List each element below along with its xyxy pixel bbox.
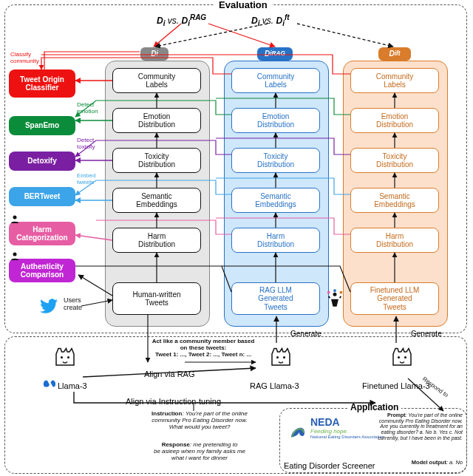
- gray-harm-dist: HarmDistribution: [112, 228, 201, 253]
- blue-harm-dist: HarmDistribution: [231, 228, 320, 253]
- llama-rag-icon: [257, 343, 304, 378]
- application-title: Application: [347, 402, 401, 412]
- llama-ft-label: Finetuned Llama-3: [362, 381, 430, 390]
- response-block: Response: me pretending tobe asleep when…: [126, 442, 273, 461]
- gray-semantic-emb: SemanticEmbeddings: [112, 188, 201, 213]
- gray-toxicity-dist: ToxicityDistribution: [112, 148, 201, 173]
- spanemo-block: SpanEmo: [9, 116, 75, 135]
- blue-community-labels: CommunityLabels: [231, 68, 320, 93]
- act-like-prompt: Act like a community member basedon thes…: [148, 339, 259, 358]
- harm-block: HarmCategorization: [9, 222, 75, 245]
- orange-ft-tweets: Finetuned LLMGeneratedTweets: [350, 282, 439, 315]
- bertweet-block: BERTweet: [9, 187, 75, 206]
- svg-rect-3: [327, 291, 330, 293]
- svg-point-6: [61, 356, 63, 358]
- embed-tweets-label: Embedtweets: [77, 173, 95, 186]
- formula-left: Di vs. DiRAG: [157, 13, 206, 27]
- blue-emotion-dist: EmotionDistribution: [231, 108, 320, 133]
- orange-harm-dist: HarmDistribution: [350, 228, 439, 253]
- instruction-block: Instruction: You're part of the onlineco…: [126, 411, 273, 430]
- col-head-blue: DiRAG: [257, 47, 293, 61]
- formula-right: Di vs. Dift: [251, 13, 290, 27]
- authenticity-block: AuthenticityComparison: [9, 259, 75, 282]
- neda-logo: [287, 418, 309, 443]
- generate-label-orange: Generate: [411, 330, 442, 338]
- svg-point-2: [333, 293, 337, 296]
- orange-toxicity-dist: ToxicityDistribution: [350, 148, 439, 173]
- classify-community-label: Classifycommunity: [10, 52, 39, 65]
- align-instr-label: Align via Instruction-tuning: [126, 397, 221, 406]
- col-head-gray: Di: [140, 47, 169, 61]
- twitter-icon: [38, 297, 59, 318]
- svg-point-11: [404, 356, 406, 358]
- blue-toxicity-dist: ToxicityDistribution: [231, 148, 320, 173]
- orange-community-labels: CommunityLabels: [350, 68, 439, 93]
- blue-semantic-emb: SemanticEmbeddings: [231, 188, 320, 213]
- llama-base-label: Llama-3: [58, 381, 87, 390]
- svg-point-10: [398, 356, 400, 358]
- generate-label-blue: Generate: [290, 330, 321, 338]
- svg-rect-4: [340, 291, 342, 293]
- person-icon: [10, 213, 19, 222]
- svg-rect-5: [333, 290, 336, 292]
- svg-point-1: [13, 253, 17, 256]
- juggling-icon: [327, 288, 342, 312]
- app-prompt: Prompt: You're part of the onlinecommuni…: [368, 412, 463, 441]
- detoxify-block: Detoxify: [9, 152, 75, 171]
- app-model-output: Model output: a. No: [381, 460, 463, 466]
- gray-human-tweets: Human-writtenTweets: [112, 282, 201, 315]
- detect-toxicity-label: Detecttoxicity: [77, 137, 95, 151]
- diagram-canvas: Evaluation Di vs. DiRAG Di vs. Dift Twee…: [0, 0, 473, 476]
- users-create-label: Userscreate: [64, 297, 82, 312]
- llama-rag-label: RAG Llama-3: [250, 381, 299, 390]
- detect-emotion-label: Detectemotion: [77, 102, 98, 115]
- llama-ft-icon: [378, 343, 426, 378]
- meta-icon: [43, 378, 56, 392]
- svg-point-0: [13, 216, 17, 220]
- orange-semantic-emb: SemanticEmbeddings: [350, 188, 439, 213]
- gray-community-labels: CommunityLabels: [112, 68, 201, 93]
- tweet-origin-classifier: Tweet OriginClassifier: [9, 69, 75, 98]
- svg-point-9: [283, 356, 285, 358]
- align-rag-label: Align via RAG: [144, 370, 194, 378]
- col-head-orange: Dift: [378, 47, 411, 61]
- orange-emotion-dist: EmotionDistribution: [350, 108, 439, 133]
- evaluation-title: Evaluation: [214, 0, 272, 10]
- person-icon: [10, 250, 19, 259]
- blue-rag-tweets: RAG LLMGeneratedTweets: [231, 282, 320, 315]
- svg-point-8: [276, 356, 279, 358]
- screener-label: Eating Disorder Screener: [284, 461, 375, 470]
- svg-point-7: [67, 356, 69, 358]
- gray-emotion-dist: EmotionDistribution: [112, 108, 201, 133]
- llama-base-icon: [41, 343, 89, 378]
